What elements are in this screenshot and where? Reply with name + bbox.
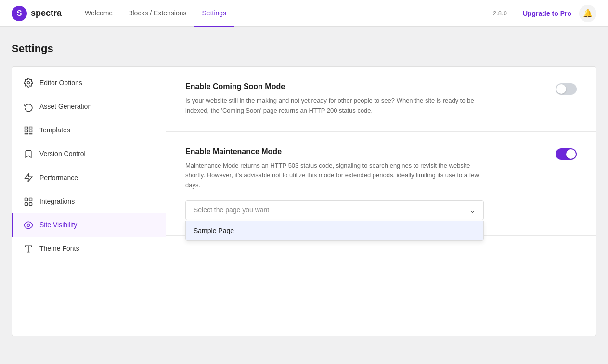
- sidebar-item-version-control[interactable]: Version Control: [12, 142, 166, 166]
- coming-soon-desc: Is your website still in the making and …: [185, 96, 484, 116]
- sidebar-item-asset-generation[interactable]: Asset Generation: [12, 94, 166, 118]
- svg-rect-9: [29, 198, 32, 201]
- maintenance-mode-row: Enable Maintenance Mode Maintenance Mode…: [185, 147, 577, 191]
- nav-welcome[interactable]: Welcome: [77, 0, 120, 27]
- svg-rect-6: [29, 133, 32, 134]
- dropdown-menu: Sample Page: [185, 221, 484, 241]
- page-wrapper: Settings Editor Options: [0, 27, 608, 351]
- sidebar: Editor Options Asset Generation: [12, 67, 166, 336]
- sidebar-label-version-control: Version Control: [39, 150, 86, 157]
- logo-icon: S: [12, 6, 27, 21]
- logo[interactable]: S spectra: [12, 6, 62, 21]
- coming-soon-info: Enable Coming Soon Mode Is your website …: [185, 82, 544, 116]
- svg-rect-11: [29, 202, 32, 205]
- sidebar-item-site-visibility[interactable]: Site Visibility: [12, 213, 166, 237]
- svg-rect-3: [25, 130, 28, 132]
- sidebar-item-performance[interactable]: Performance: [12, 166, 166, 189]
- nav-blocks[interactable]: Blocks / Extensions: [120, 0, 194, 27]
- notification-button[interactable]: 🔔: [579, 5, 596, 22]
- sidebar-item-integrations[interactable]: Integrations: [12, 189, 166, 213]
- eye-icon: [23, 220, 34, 230]
- coming-soon-toggle-wrapper: [556, 83, 577, 95]
- coming-soon-title: Enable Coming Soon Mode: [185, 82, 544, 91]
- svg-point-0: [27, 82, 30, 84]
- maintenance-mode-title: Enable Maintenance Mode: [185, 147, 544, 156]
- sidebar-item-editor-options[interactable]: Editor Options: [12, 71, 166, 94]
- svg-rect-1: [25, 127, 28, 129]
- grid-icon: [23, 125, 34, 135]
- nav-right: 2.8.0 Upgrade to Pro 🔔: [493, 5, 596, 22]
- logo-name: spectra: [31, 8, 62, 18]
- svg-rect-10: [25, 202, 28, 205]
- maintenance-mode-desc: Maintenance Mode returns an HTTP 503 sta…: [185, 161, 484, 191]
- version-label: 2.8.0: [493, 10, 507, 17]
- nav-links: Welcome Blocks / Extensions Settings: [77, 0, 493, 27]
- main-content: Enable Coming Soon Mode Is your website …: [166, 67, 596, 336]
- maintenance-mode-toggle[interactable]: [556, 148, 577, 160]
- text-icon: [23, 244, 34, 254]
- maintenance-mode-section: Enable Maintenance Mode Maintenance Mode…: [166, 132, 596, 236]
- maintenance-mode-toggle-wrapper: [556, 148, 577, 160]
- sidebar-label-site-visibility: Site Visibility: [39, 221, 77, 229]
- sidebar-label-editor-options: Editor Options: [39, 79, 82, 87]
- sidebar-label-performance: Performance: [39, 174, 78, 182]
- page-dropdown-container: Select the page you want ⌄ Sample Page: [185, 200, 577, 220]
- svg-rect-8: [25, 198, 28, 201]
- sidebar-item-templates[interactable]: Templates: [12, 118, 166, 142]
- dropdown-item-sample-page[interactable]: Sample Page: [186, 221, 483, 240]
- chevron-down-icon: ⌄: [469, 206, 476, 215]
- nav-settings[interactable]: Settings: [194, 0, 234, 27]
- nav-divider: [515, 9, 515, 18]
- page-dropdown[interactable]: Select the page you want ⌄: [185, 200, 484, 220]
- svg-marker-7: [25, 174, 32, 182]
- sidebar-label-integrations: Integrations: [39, 197, 75, 205]
- sidebar-label-templates: Templates: [39, 126, 70, 134]
- maintenance-mode-toggle-knob: [566, 149, 576, 159]
- apps-icon: [23, 196, 34, 206]
- svg-rect-2: [29, 127, 32, 129]
- sidebar-label-theme-fonts: Theme Fonts: [39, 245, 79, 252]
- upgrade-button[interactable]: Upgrade to Pro: [523, 10, 571, 17]
- dropdown-placeholder: Select the page you want: [194, 206, 269, 214]
- coming-soon-row: Enable Coming Soon Mode Is your website …: [185, 82, 577, 116]
- bookmark-icon: [23, 149, 34, 159]
- refresh-icon: [23, 101, 34, 111]
- coming-soon-toggle[interactable]: [556, 83, 577, 95]
- sidebar-label-asset-generation: Asset Generation: [39, 103, 91, 110]
- svg-rect-5: [25, 133, 28, 134]
- maintenance-mode-info: Enable Maintenance Mode Maintenance Mode…: [185, 147, 544, 191]
- bolt-icon: [23, 172, 34, 182]
- gear-icon: [23, 78, 34, 88]
- settings-layout: Editor Options Asset Generation: [12, 66, 596, 336]
- svg-rect-4: [29, 130, 32, 132]
- page-title: Settings: [12, 42, 596, 55]
- sidebar-item-theme-fonts[interactable]: Theme Fonts: [12, 237, 166, 260]
- top-navigation: S spectra Welcome Blocks / Extensions Se…: [0, 0, 608, 27]
- coming-soon-toggle-knob: [556, 84, 566, 94]
- coming-soon-section: Enable Coming Soon Mode Is your website …: [166, 67, 596, 132]
- svg-point-12: [27, 224, 30, 226]
